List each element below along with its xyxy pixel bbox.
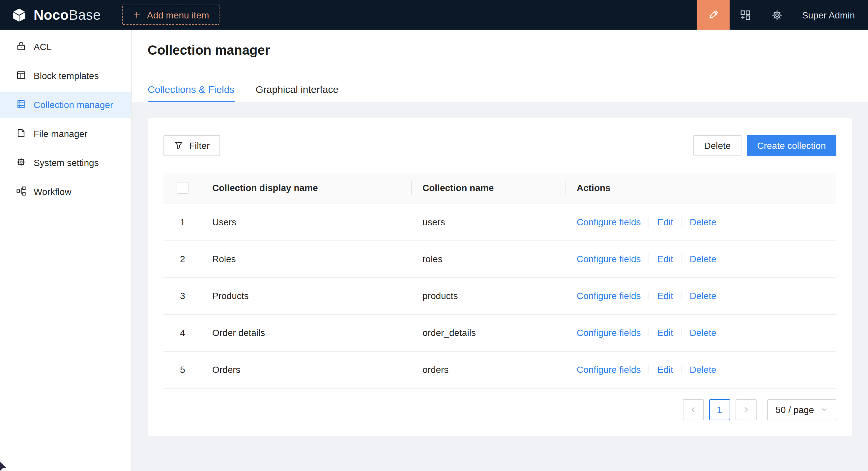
topbar-actions: Super Admin: [696, 0, 868, 30]
column-header-collection-name: Collection name: [412, 173, 566, 204]
row-index[interactable]: 2: [163, 240, 202, 277]
highlighter-icon: [707, 9, 719, 21]
page-size-select[interactable]: 50 / page: [767, 399, 836, 420]
cell-actions: Configure fieldsEditDelete: [566, 240, 836, 277]
gear-icon: [16, 157, 26, 169]
column-header-actions: Actions: [566, 173, 836, 204]
page-title: Collection manager: [148, 40, 852, 60]
row-action-configure-fields[interactable]: Configure fields: [577, 254, 641, 264]
table-row: 1UsersusersConfigure fieldsEditDelete: [163, 204, 836, 240]
action-divider: [681, 328, 682, 337]
ui-editor-button[interactable]: [696, 0, 730, 30]
row-action-edit[interactable]: Edit: [657, 291, 673, 301]
collections-table: Collection display name Collection name …: [163, 173, 836, 388]
app-window: NocoBase Add menu item: [0, 0, 868, 471]
sidebar-item-system-settings[interactable]: System settings: [0, 149, 131, 176]
current-user-menu[interactable]: Super Admin: [793, 9, 868, 20]
database-icon: [16, 99, 26, 111]
action-divider: [649, 365, 650, 374]
table-row: 4Order detailsorder_detailsConfigure fie…: [163, 314, 836, 351]
gear-icon: [771, 9, 783, 21]
cell-actions: Configure fieldsEditDelete: [566, 277, 836, 314]
sidebar-item-label: File manager: [34, 129, 87, 139]
topbar: NocoBase Add menu item: [0, 0, 868, 30]
cube-logo-icon: [10, 6, 28, 23]
table-row: 2RolesrolesConfigure fieldsEditDelete: [163, 240, 836, 277]
row-action-configure-fields[interactable]: Configure fields: [577, 327, 641, 338]
cell-collection-name: order_details: [412, 314, 566, 351]
filter-button[interactable]: Filter: [163, 135, 220, 156]
action-divider: [681, 365, 682, 374]
row-action-delete[interactable]: Delete: [690, 291, 716, 301]
row-action-edit[interactable]: Edit: [657, 327, 673, 338]
content-area: Filter Delete Create collection Collecti…: [132, 102, 868, 471]
cell-display-name: Order details: [202, 314, 412, 351]
sidebar-item-acl[interactable]: ACL: [0, 34, 131, 60]
add-menu-item-label: Add menu item: [147, 9, 209, 20]
column-header-display-name: Collection display name: [202, 173, 412, 204]
cell-actions: Configure fieldsEditDelete: [566, 204, 836, 240]
create-collection-button[interactable]: Create collection: [746, 135, 836, 156]
sidebar-item-block-templates[interactable]: Block templates: [0, 63, 131, 89]
cell-collection-name: roles: [412, 240, 566, 277]
row-index[interactable]: 3: [163, 277, 202, 314]
filter-button-label: Filter: [189, 140, 210, 151]
sidebar-item-file-manager[interactable]: File manager: [0, 121, 131, 147]
prev-page-button[interactable]: [682, 399, 704, 420]
action-divider: [649, 328, 650, 337]
pagination: 1 50 / page: [163, 399, 836, 420]
chevron-down-icon: [820, 406, 828, 413]
row-action-edit[interactable]: Edit: [657, 217, 673, 227]
layout-icon: [16, 69, 26, 82]
cell-actions: Configure fieldsEditDelete: [566, 314, 836, 351]
cell-display-name: Products: [202, 277, 412, 314]
file-icon: [16, 128, 26, 140]
tab-graphical-interface[interactable]: Graphical interface: [255, 78, 338, 102]
row-action-configure-fields[interactable]: Configure fields: [577, 291, 641, 301]
lock-icon: [16, 40, 26, 53]
cell-collection-name: users: [412, 204, 566, 240]
next-page-button[interactable]: [735, 399, 756, 420]
filter-funnel-icon: [174, 141, 183, 150]
row-action-delete[interactable]: Delete: [690, 217, 716, 227]
page-size-value: 50 / page: [775, 404, 814, 415]
table-toolbar: Filter Delete Create collection: [163, 135, 836, 156]
row-action-edit[interactable]: Edit: [657, 364, 673, 375]
row-index[interactable]: 4: [163, 314, 202, 351]
row-action-delete[interactable]: Delete: [690, 254, 716, 264]
nocobase-logo[interactable]: NocoBase: [0, 6, 112, 23]
workflow-icon: [16, 186, 26, 198]
action-divider: [649, 254, 650, 264]
sidebar-item-label: Block templates: [34, 70, 99, 81]
row-action-delete[interactable]: Delete: [690, 327, 716, 338]
cell-display-name: Users: [202, 204, 412, 240]
row-action-configure-fields[interactable]: Configure fields: [577, 364, 641, 375]
row-index[interactable]: 5: [163, 351, 202, 388]
cell-collection-name: products: [412, 277, 566, 314]
main-area: Collection manager Collections & Fields …: [132, 30, 868, 471]
table-row: 5OrdersordersConfigure fieldsEditDelete: [163, 351, 836, 388]
sidebar-item-label: Workflow: [34, 187, 71, 197]
settings-button[interactable]: [761, 0, 793, 30]
add-menu-item-button[interactable]: Add menu item: [122, 5, 219, 25]
row-action-edit[interactable]: Edit: [657, 254, 673, 264]
row-index[interactable]: 1: [163, 204, 202, 240]
table-header-row: Collection display name Collection name …: [163, 173, 836, 204]
sidebar-item-workflow[interactable]: Workflow: [0, 178, 131, 205]
action-divider: [681, 291, 682, 300]
chevron-right-icon: [742, 405, 750, 413]
appstore-add-icon: [740, 9, 751, 21]
select-all-checkbox[interactable]: [177, 182, 188, 194]
action-divider: [681, 254, 682, 264]
page-number-button[interactable]: 1: [709, 399, 730, 420]
tab-collections-fields[interactable]: Collections & Fields: [148, 78, 234, 102]
sidebar-item-label: Collection manager: [34, 99, 113, 110]
sidebar-item-collection-manager[interactable]: Collection manager: [0, 92, 131, 118]
cell-collection-name: orders: [412, 351, 566, 388]
plugins-button[interactable]: [730, 0, 761, 30]
row-action-delete[interactable]: Delete: [690, 364, 716, 375]
sidebar-item-label: System settings: [34, 158, 99, 168]
bulk-delete-button[interactable]: Delete: [694, 135, 741, 156]
action-divider: [681, 217, 682, 227]
row-action-configure-fields[interactable]: Configure fields: [577, 217, 641, 227]
